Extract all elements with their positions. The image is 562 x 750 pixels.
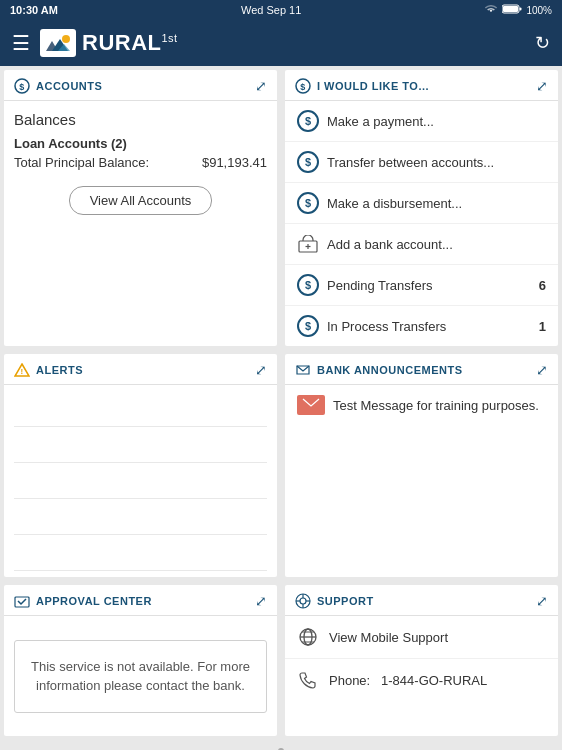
iwlt-header: $ I WOULD LIKE TO... ⤢ xyxy=(285,70,558,101)
iwlt-list: $ Make a payment... $ Transfer between a… xyxy=(285,101,558,346)
status-date: Wed Sep 11 xyxy=(241,4,301,16)
accounts-title: $ ACCOUNTS xyxy=(14,78,102,94)
alerts-title: ! ALERTS xyxy=(14,362,83,378)
main-content: $ ACCOUNTS ⤢ Balances Loan Accounts (2) … xyxy=(0,66,562,740)
accounts-content: Balances Loan Accounts (2) Total Princip… xyxy=(4,101,277,233)
transfer-icon: $ xyxy=(297,151,319,173)
pending-transfers-icon: $ xyxy=(297,274,319,296)
balance-row: Total Principal Balance: $91,193.41 xyxy=(14,155,267,170)
menu-button[interactable]: ☰ xyxy=(12,31,30,55)
support-title: SUPPORT xyxy=(295,593,374,609)
phone-support-item[interactable]: Phone: 1-844-GO-RURAL xyxy=(285,659,558,701)
announcement-text: Test Message for training purposes. xyxy=(333,398,539,413)
svg-rect-2 xyxy=(503,6,518,12)
list-item[interactable]: $ In Process Transfers 1 xyxy=(285,306,558,346)
list-item[interactable]: $ Transfer between accounts... xyxy=(285,142,558,183)
alert-divider xyxy=(14,427,267,463)
pending-transfers-badge: 6 xyxy=(539,278,546,293)
accounts-title-icon: $ xyxy=(14,78,30,94)
header-left: ☰ RURAL1st xyxy=(12,29,178,57)
accounts-header: $ ACCOUNTS ⤢ xyxy=(4,70,277,101)
add-bank-icon xyxy=(297,233,319,255)
phone-prefix: Phone: xyxy=(329,673,370,688)
list-item[interactable]: $ Make a payment... xyxy=(285,101,558,142)
loan-accounts-label: Loan Accounts (2) xyxy=(14,136,267,151)
alert-divider xyxy=(14,499,267,535)
disbursement-icon: $ xyxy=(297,192,319,214)
iwlt-item-left: Add a bank account... xyxy=(297,233,453,255)
accounts-title-label: ACCOUNTS xyxy=(36,80,102,92)
wifi-icon xyxy=(484,4,498,16)
iwlt-item-label: In Process Transfers xyxy=(327,319,446,334)
svg-text:!: ! xyxy=(20,367,23,376)
app-header: ☰ RURAL1st ↻ xyxy=(0,20,562,66)
support-list: View Mobile Support Phone: 1-844-GO-RURA… xyxy=(285,616,558,701)
iwlt-item-left: $ Make a disbursement... xyxy=(297,192,462,214)
phone-value: 1-844-GO-RURAL xyxy=(381,673,487,688)
iwlt-item-label: Pending Transfers xyxy=(327,278,433,293)
list-item[interactable]: $ Pending Transfers 6 xyxy=(285,265,558,306)
logo-container: RURAL1st xyxy=(40,29,178,57)
bank-announcements-widget: BANK ANNOUNCEMENTS ⤢ Test Message for tr… xyxy=(285,354,558,577)
alerts-expand-button[interactable]: ⤢ xyxy=(255,362,267,378)
alerts-title-label: ALERTS xyxy=(36,364,83,376)
battery-label: 100% xyxy=(526,5,552,16)
battery-icon xyxy=(502,4,522,16)
iwlt-title: $ I WOULD LIKE TO... xyxy=(295,78,429,94)
support-title-label: SUPPORT xyxy=(317,595,374,607)
iwlt-title-icon: $ xyxy=(295,78,311,94)
list-item[interactable]: $ Make a disbursement... xyxy=(285,183,558,224)
approval-center-title-label: APPROVAL CENTER xyxy=(36,595,152,607)
iwlt-title-label: I WOULD LIKE TO... xyxy=(317,80,429,92)
approval-content: This service is not available. For more … xyxy=(4,616,277,736)
status-bar: 10:30 AM Wed Sep 11 100% xyxy=(0,0,562,20)
svg-point-21 xyxy=(300,598,306,604)
accounts-widget: $ ACCOUNTS ⤢ Balances Loan Accounts (2) … xyxy=(4,70,277,346)
iwlt-item-label: Make a disbursement... xyxy=(327,196,462,211)
view-mobile-support-label: View Mobile Support xyxy=(329,630,448,645)
alert-divider xyxy=(14,463,267,499)
view-all-accounts-button[interactable]: View All Accounts xyxy=(69,186,213,215)
in-process-transfers-badge: 1 xyxy=(539,319,546,334)
iwlt-item-left: $ In Process Transfers xyxy=(297,315,446,337)
iwlt-item-label: Transfer between accounts... xyxy=(327,155,494,170)
alert-divider xyxy=(14,535,267,571)
status-right-icons: 100% xyxy=(484,4,552,16)
bank-announcements-title-icon xyxy=(295,362,311,378)
iwlt-expand-button[interactable]: ⤢ xyxy=(536,78,548,94)
approval-center-title: APPROVAL CENTER xyxy=(14,593,152,609)
bank-announcements-title-label: BANK ANNOUNCEMENTS xyxy=(317,364,462,376)
alert-divider xyxy=(14,391,267,427)
support-widget: SUPPORT ⤢ View Mobile Support xyxy=(285,585,558,736)
logo-icon xyxy=(40,29,76,57)
phone-icon xyxy=(297,669,319,691)
svg-point-7 xyxy=(62,35,70,43)
alerts-content xyxy=(4,385,277,577)
accounts-expand-button[interactable]: ⤢ xyxy=(255,78,267,94)
bank-announcements-expand-button[interactable]: ⤢ xyxy=(536,362,548,378)
iwlt-item-left: $ Transfer between accounts... xyxy=(297,151,494,173)
approval-center-title-icon xyxy=(14,593,30,609)
support-header: SUPPORT ⤢ xyxy=(285,585,558,616)
alerts-header: ! ALERTS ⤢ xyxy=(4,354,277,385)
view-mobile-support-item[interactable]: View Mobile Support xyxy=(285,616,558,659)
refresh-button[interactable]: ↻ xyxy=(535,32,550,54)
alerts-title-icon: ! xyxy=(14,362,30,378)
announcement-icon xyxy=(297,395,325,415)
bank-announcements-title: BANK ANNOUNCEMENTS xyxy=(295,362,462,378)
svg-text:$: $ xyxy=(19,82,25,92)
iwlt-widget: $ I WOULD LIKE TO... ⤢ $ Make a payment.… xyxy=(285,70,558,346)
svg-rect-1 xyxy=(520,8,522,11)
globe-icon xyxy=(297,626,319,648)
announcement-item: Test Message for training purposes. xyxy=(285,385,558,425)
payment-icon: $ xyxy=(297,110,319,132)
approval-center-expand-button[interactable]: ⤢ xyxy=(255,593,267,609)
app-name: RURAL1st xyxy=(82,30,178,56)
support-expand-button[interactable]: ⤢ xyxy=(536,593,548,609)
list-item[interactable]: Add a bank account... xyxy=(285,224,558,265)
status-time: 10:30 AM xyxy=(10,4,58,16)
bottom-bar xyxy=(0,740,562,750)
total-principal-label: Total Principal Balance: xyxy=(14,155,149,170)
in-process-transfers-icon: $ xyxy=(297,315,319,337)
approval-message: This service is not available. For more … xyxy=(14,640,267,713)
